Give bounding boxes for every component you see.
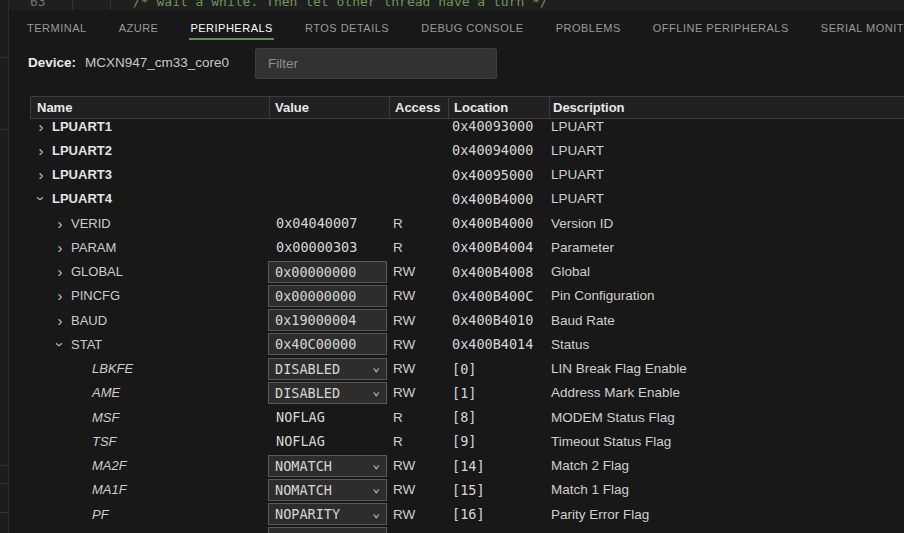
register-location: 0x400B4004	[447, 239, 548, 255]
register-location: 0x400B400C	[447, 288, 548, 304]
register-name-cell: ›LPUART3	[30, 167, 268, 182]
panel-tab-bar: TERMINALAZUREPERIPHERALSRTOS DETAILSDEBU…	[9, 10, 904, 46]
tab-terminal[interactable]: TERMINAL	[26, 18, 88, 38]
register-access: R	[388, 434, 447, 449]
table-row-PARAM[interactable]: ›PARAM 0x00000303 R 0x400B4004 Parameter	[30, 235, 904, 259]
register-value-cell: DISABLED⌄	[268, 382, 388, 404]
register-access: R	[388, 240, 447, 255]
table-row-MA1F[interactable]: MA1F NOMATCH⌄ RW [15] Match 1 Flag	[30, 478, 904, 502]
tab-offline-peripherals[interactable]: OFFLINE PERIPHERALS	[652, 18, 790, 38]
tab-peripherals[interactable]: PERIPHERALS	[189, 18, 274, 38]
chevron-down-icon: ⌄	[372, 384, 380, 397]
register-location: 0x400B4014	[447, 336, 548, 352]
table-header: Name Value Access Location Description	[30, 96, 904, 119]
chevron-right-icon[interactable]: ›	[53, 264, 67, 279]
field-value-select[interactable]: DISABLED⌄	[268, 382, 387, 404]
register-access: RW	[388, 482, 447, 497]
register-name-cell: ›LPUART2	[30, 143, 268, 158]
table-row-BAUD[interactable]: ›BAUD 0x19000004 RW 0x400B4010 Baud Rate	[30, 308, 904, 332]
tab-azure[interactable]: AZURE	[118, 18, 160, 38]
peripheral-register-table: Name Value Access Location Description ›…	[30, 96, 904, 533]
register-access: RW	[388, 264, 447, 279]
chevron-down-icon[interactable]: ›	[34, 192, 49, 206]
table-row-partial[interactable]: ⌄	[30, 526, 904, 533]
tab-rtos-details[interactable]: RTOS DETAILS	[304, 18, 390, 38]
table-row-LPUART2[interactable]: ›LPUART2 0x40094000 LPUART	[30, 138, 904, 162]
indent-guide	[110, 0, 111, 10]
table-row-LBKFE[interactable]: LBKFE DISABLED⌄ RW [0] LIN Break Flag En…	[30, 357, 904, 381]
register-access: RW	[388, 337, 447, 352]
register-name: PARAM	[71, 240, 116, 255]
register-name-cell: ›LPUART4	[30, 191, 268, 206]
register-value-cell: 0x00000303	[268, 239, 388, 255]
register-access: R	[388, 410, 447, 425]
table-row-GLOBAL[interactable]: ›GLOBAL 0x00000000 RW 0x400B4008 Global	[30, 260, 904, 284]
chevron-right-icon[interactable]: ›	[34, 167, 48, 182]
tab-debug-console[interactable]: DEBUG CONSOLE	[420, 18, 524, 38]
chevron-right-icon[interactable]: ›	[34, 143, 48, 158]
device-bar: Device: MCXN947_cm33_core0	[9, 46, 904, 86]
register-name: TSF	[92, 434, 117, 449]
table-row-LPUART4[interactable]: ›LPUART4 0x400B4000 LPUART	[30, 187, 904, 211]
table-row-TSF[interactable]: TSF NOFLAG R [9] Timeout Status Flag	[30, 429, 904, 453]
register-name: MA1F	[92, 482, 127, 497]
tab-problems[interactable]: PROBLEMS	[555, 18, 622, 38]
divider	[0, 465, 9, 466]
chevron-right-icon[interactable]: ›	[34, 119, 48, 134]
tab-serial-monitor[interactable]: SERIAL MONITOR	[820, 18, 904, 38]
register-value-readonly: 0x04040007	[268, 215, 357, 231]
chevron-right-icon[interactable]: ›	[53, 313, 67, 328]
table-row-PF[interactable]: PF NOPARITY⌄ RW [16] Parity Error Flag	[30, 502, 904, 526]
register-location: [14]	[447, 458, 548, 474]
table-row-PINCFG[interactable]: ›PINCFG 0x00000000 RW 0x400B400C Pin Con…	[30, 284, 904, 308]
register-name: AME	[92, 385, 120, 400]
table-row-MSF[interactable]: MSF NOFLAG R [8] MODEM Status Flag	[30, 405, 904, 429]
register-location: 0x400B4000	[447, 215, 548, 231]
table-row-AME[interactable]: AME DISABLED⌄ RW [1] Address Mark Enable	[30, 381, 904, 405]
table-row-STAT[interactable]: ›STAT 0x40C00000 RW 0x400B4014 Status	[30, 332, 904, 356]
table-row-LPUART3[interactable]: ›LPUART3 0x40095000 LPUART	[30, 163, 904, 187]
chevron-right-icon[interactable]: ›	[53, 288, 67, 303]
filter-input[interactable]	[255, 48, 497, 79]
field-value-select[interactable]: NOMATCH⌄	[268, 455, 387, 477]
register-description: LPUART	[548, 191, 904, 206]
field-value-select[interactable]: DISABLED⌄	[268, 358, 387, 380]
device-label: Device:	[28, 55, 76, 70]
register-value-cell: 0x04040007	[268, 215, 388, 231]
table-row-VERID[interactable]: ›VERID 0x04040007 R 0x400B4000 Version I…	[30, 211, 904, 235]
register-description: Parameter	[548, 240, 904, 255]
register-name-cell: ›BAUD	[30, 313, 268, 328]
register-location: [8]	[447, 409, 548, 425]
editor-gutter-strip	[0, 0, 9, 533]
register-value-input[interactable]: 0x00000000	[268, 285, 387, 307]
register-location: 0x40094000	[447, 142, 548, 158]
table-row-MA2F[interactable]: MA2F NOMATCH⌄ RW [14] Match 2 Flag	[30, 454, 904, 478]
register-name-cell: AME	[30, 385, 268, 400]
register-description: Baud Rate	[548, 313, 904, 328]
field-value-select[interactable]: ⌄	[268, 527, 387, 533]
register-value-readonly: 0x00000303	[268, 239, 357, 255]
register-name-cell: MA1F	[30, 482, 268, 497]
register-description: LPUART	[548, 119, 904, 134]
register-location: 0x400B4010	[447, 312, 548, 328]
chevron-down-icon[interactable]: ›	[53, 337, 68, 351]
register-name-cell: PF	[30, 507, 268, 522]
indent-guide	[72, 0, 73, 10]
field-value-select[interactable]: NOMATCH⌄	[268, 479, 387, 501]
register-value-input[interactable]: 0x00000000	[268, 261, 387, 283]
register-name-cell: TSF	[30, 434, 268, 449]
register-name-cell: MSF	[30, 410, 268, 425]
register-description: Pin Configuration	[548, 288, 904, 303]
register-value-input[interactable]: 0x40C00000	[268, 333, 387, 355]
register-name: LPUART1	[52, 119, 112, 134]
field-value-select[interactable]: NOPARITY⌄	[268, 503, 387, 525]
register-location: 0x400B4008	[447, 264, 548, 280]
chevron-down-icon: ⌄	[372, 360, 380, 373]
device-name: MCXN947_cm33_core0	[85, 55, 229, 70]
chevron-right-icon[interactable]: ›	[53, 240, 67, 255]
register-location: [1]	[447, 385, 548, 401]
chevron-down-icon: ⌄	[372, 457, 380, 470]
register-access: RW	[388, 313, 447, 328]
chevron-right-icon[interactable]: ›	[53, 216, 67, 231]
register-value-input[interactable]: 0x19000004	[268, 309, 387, 331]
